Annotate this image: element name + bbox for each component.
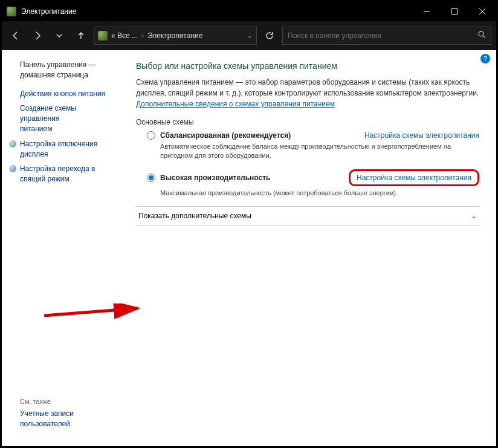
svg-line-5 [483, 36, 485, 38]
plan-high-settings-link[interactable]: Настройка схемы электропитания [349, 169, 479, 186]
plan-high-desc: Максимальная производительность (может п… [160, 189, 479, 198]
chevron-right-icon: › [141, 31, 144, 40]
app-icon [7, 7, 16, 16]
radio-balanced[interactable] [147, 131, 155, 140]
refresh-button[interactable] [260, 27, 279, 45]
svg-rect-1 [452, 9, 458, 15]
title-bar: Электропитание [2, 2, 496, 21]
sidebar-item-display-off[interactable]: Настройка отключениядисплея [20, 139, 115, 160]
help-icon[interactable]: ? [480, 54, 490, 63]
back-button[interactable] [7, 27, 25, 45]
search-input[interactable] [288, 31, 477, 40]
search-icon[interactable] [477, 30, 486, 41]
plan-balanced: Сбалансированная (рекомендуется) Настрой… [147, 131, 479, 161]
radio-high-performance[interactable] [147, 174, 155, 182]
chevron-down-icon[interactable]: ⌄ [247, 31, 253, 40]
sidebar-item-sleep[interactable]: Настройка перехода вспящий режим [20, 164, 115, 184]
plan-balanced-desc: Автоматическое соблюдение баланса между … [160, 142, 479, 161]
recent-button[interactable] [50, 27, 68, 45]
plan-high-performance: Высокая производительность Настройка схе… [147, 169, 479, 198]
toolbar: « Все ... › Электропитание ⌄ [2, 21, 496, 50]
address-bar[interactable]: « Все ... › Электропитание ⌄ [94, 27, 257, 45]
sidebar-item-buttons[interactable]: Действия кнопок питания [20, 89, 115, 99]
monitor-icon [9, 140, 16, 148]
main-panel: ? Выбор или настройка схемы управления п… [123, 50, 496, 446]
see-also-label: См. также [20, 398, 74, 405]
more-info-link[interactable]: Дополнительные сведения о схемах управле… [136, 100, 335, 108]
page-description: Схема управления питанием — это набор па… [136, 77, 479, 109]
breadcrumb-current[interactable]: Электропитание [147, 31, 202, 40]
sidebar-item-accounts[interactable]: Учетные записипользователей [20, 409, 74, 429]
page-heading: Выбор или настройка схемы управления пит… [136, 61, 479, 71]
plan-balanced-settings-link[interactable]: Настройка схемы электропитания [364, 131, 479, 140]
minimize-button[interactable] [413, 2, 441, 21]
up-button[interactable] [72, 27, 90, 45]
svg-point-4 [479, 31, 483, 36]
show-more-plans[interactable]: Показать дополнительные схемы ⌄ [136, 206, 479, 226]
chevron-down-icon: ⌄ [471, 212, 477, 220]
section-header: Основные схемы [136, 118, 479, 126]
search-box[interactable] [282, 27, 491, 45]
breadcrumb-root[interactable]: « Все ... [111, 31, 138, 40]
plan-balanced-name: Сбалансированная (рекомендуется) [160, 131, 291, 140]
window-title: Электропитание [21, 7, 76, 16]
close-button[interactable] [468, 2, 496, 21]
addr-icon [98, 31, 108, 41]
moon-icon [9, 165, 16, 172]
sidebar-item-create-plan[interactable]: Создание схемы управленияпитанием [20, 103, 115, 134]
plan-high-name: Высокая производительность [160, 174, 270, 182]
sidebar: Панель управления —домашняя страница Дей… [2, 50, 123, 446]
sidebar-home[interactable]: Панель управления —домашняя страница [20, 60, 115, 80]
maximize-button[interactable] [441, 2, 468, 21]
forward-button[interactable] [28, 27, 47, 45]
